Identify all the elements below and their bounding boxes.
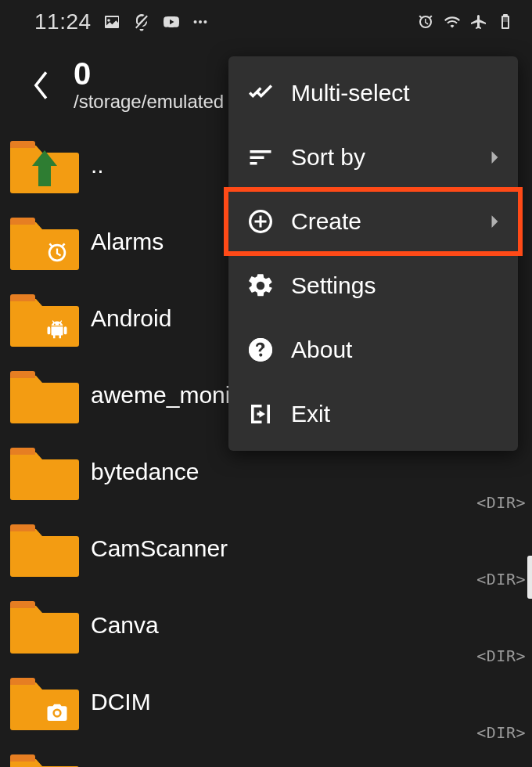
- menu-create[interactable]: Create: [228, 189, 518, 254]
- back-button[interactable]: [23, 67, 59, 103]
- status-left: 11:24: [34, 9, 209, 34]
- up-arrow-icon: [27, 149, 62, 189]
- chevron-right-icon: [490, 150, 504, 164]
- wifi-icon: [443, 13, 462, 31]
- folder-icon: [9, 748, 80, 767]
- folder-count: 0: [74, 58, 224, 89]
- multi-select-icon: [246, 78, 275, 108]
- folder-icon: [9, 288, 80, 349]
- folder-icon: [9, 441, 80, 502]
- list-item[interactable]: Canva <DIR>: [0, 587, 532, 664]
- scrollbar-thumb[interactable]: [527, 556, 532, 599]
- menu-label: Exit: [291, 401, 504, 427]
- folder-icon: [9, 595, 80, 656]
- more-icon: [192, 13, 209, 31]
- folder-icon: [9, 211, 80, 272]
- svg-point-1: [199, 20, 202, 23]
- chevron-right-icon: [490, 214, 504, 229]
- camera-icon: [45, 701, 69, 725]
- menu-label: Create: [291, 208, 490, 235]
- folder-path: /storage/emulated: [74, 91, 224, 113]
- dir-tag: <DIR>: [476, 646, 526, 665]
- youtube-icon: [162, 13, 181, 31]
- exit-icon: [246, 399, 275, 429]
- status-right: [416, 13, 515, 31]
- menu-settings[interactable]: Settings: [228, 254, 518, 318]
- status-time: 11:24: [34, 9, 92, 34]
- menu-multi-select[interactable]: Multi-select: [228, 61, 518, 125]
- folder-icon: [9, 518, 80, 579]
- image-icon: [102, 13, 121, 31]
- file-name: bytedance: [91, 459, 516, 485]
- battery-icon: [496, 13, 515, 31]
- clock-icon: [45, 241, 69, 265]
- list-item[interactable]: Download: [0, 740, 532, 767]
- menu-label: Settings: [291, 272, 504, 299]
- menu-exit[interactable]: Exit: [228, 382, 518, 446]
- help-icon: [246, 335, 275, 365]
- svg-point-0: [193, 20, 196, 23]
- menu-about[interactable]: About: [228, 318, 518, 382]
- menu-sort-by[interactable]: Sort by: [228, 125, 518, 189]
- plus-circle-icon: [246, 207, 275, 236]
- list-item[interactable]: CamScanner <DIR>: [0, 510, 532, 587]
- sort-icon: [246, 142, 275, 172]
- file-name: Canva: [91, 612, 516, 639]
- overflow-menu: Multi-select Sort by Create Settings Abo…: [228, 56, 518, 451]
- svg-point-2: [203, 20, 207, 23]
- folder-icon: [9, 365, 80, 426]
- title-block: 0 /storage/emulated: [74, 58, 224, 113]
- menu-label: Multi-select: [291, 80, 504, 106]
- airplane-icon: [469, 13, 488, 31]
- list-item[interactable]: DCIM <DIR>: [0, 664, 532, 740]
- android-icon: [45, 318, 69, 341]
- menu-label: Sort by: [291, 144, 490, 171]
- mute-icon: [132, 13, 151, 31]
- menu-label: About: [291, 337, 504, 363]
- alarm-icon: [416, 13, 435, 31]
- gear-icon: [246, 271, 275, 301]
- dir-tag: <DIR>: [476, 723, 526, 742]
- status-bar: 11:24: [0, 0, 532, 44]
- dir-tag: <DIR>: [476, 493, 526, 512]
- file-name: DCIM: [91, 689, 516, 715]
- file-name: CamScanner: [91, 535, 516, 562]
- dir-tag: <DIR>: [476, 570, 526, 589]
- folder-icon: [9, 672, 80, 733]
- folder-icon: [9, 135, 80, 196]
